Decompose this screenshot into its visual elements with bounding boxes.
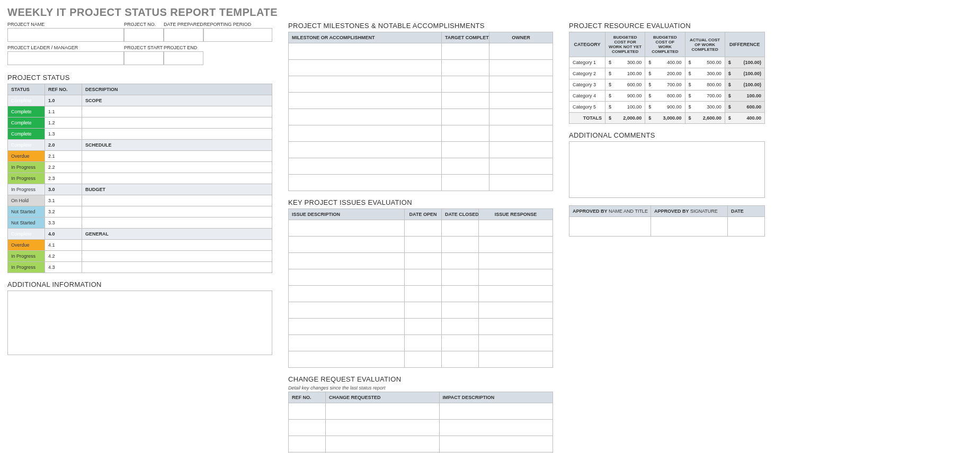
col-desc: DESCRIPTION bbox=[82, 84, 272, 95]
status-row[interactable]: Complete1.3 bbox=[8, 129, 272, 140]
milestones-heading: PROJECT MILESTONES & NOTABLE ACCOMPLISHM… bbox=[288, 22, 553, 30]
col-status: STATUS bbox=[8, 84, 45, 95]
status-row[interactable]: In Progress3.0BUDGET bbox=[8, 184, 272, 195]
resource-table: CATEGORY BUDGETED COST FOR WORK NOT YET … bbox=[569, 32, 765, 124]
input-project-leader[interactable] bbox=[7, 51, 124, 65]
label-project-no: PROJECT NO. bbox=[124, 22, 164, 28]
changes-note: Detail key changes since the last status… bbox=[288, 385, 553, 391]
table-row[interactable] bbox=[289, 125, 553, 142]
table-row[interactable] bbox=[289, 286, 553, 302]
input-reporting-period[interactable] bbox=[203, 28, 272, 42]
label-project-start: PROJECT START bbox=[124, 45, 164, 51]
table-row[interactable] bbox=[289, 351, 553, 368]
col-approved-name: APPROVED BY NAME AND TITLE bbox=[569, 206, 651, 217]
col-budget-done: BUDGETED COST OF WORK COMPLETED bbox=[645, 32, 685, 57]
resource-row[interactable]: Category 2$100.00$200.00$300.00$(100.00) bbox=[569, 68, 765, 79]
col-budget-notdone: BUDGETED COST FOR WORK NOT YET COMPLETED bbox=[605, 32, 645, 57]
issues-table: ISSUE DESCRIPTION DATE OPEN DATE CLOSED … bbox=[288, 209, 553, 368]
status-row[interactable]: Complete2.0SCHEDULE bbox=[8, 140, 272, 151]
col-date-closed: DATE CLOSED bbox=[442, 209, 479, 220]
label-project-leader: PROJECT LEADER / MANAGER bbox=[7, 45, 124, 51]
status-row[interactable]: Overdue2.1 bbox=[8, 151, 272, 162]
table-row[interactable] bbox=[289, 269, 553, 286]
status-row[interactable]: Not Started3.3 bbox=[8, 218, 272, 229]
col-issue-response: ISSUE RESPONSE bbox=[479, 209, 553, 220]
resource-row[interactable]: Category 5$100.00$900.00$300.00$600.00 bbox=[569, 102, 765, 113]
comments-box[interactable] bbox=[569, 141, 765, 198]
project-status-heading: PROJECT STATUS bbox=[7, 74, 272, 81]
col-difference: DIFFERENCE bbox=[725, 32, 764, 57]
table-row[interactable] bbox=[289, 403, 553, 420]
resource-totals: TOTALS$2,000.00$3,000.00$2,600.00$400.00 bbox=[569, 113, 765, 124]
label-project-end: PROJECT END bbox=[164, 45, 203, 51]
table-row[interactable] bbox=[289, 436, 553, 452]
table-row[interactable] bbox=[289, 302, 553, 319]
label-reporting-period: REPORTING PERIOD bbox=[203, 22, 272, 28]
col-approved-sig: APPROVED BY SIGNATURE bbox=[651, 206, 728, 217]
status-row[interactable]: In Progress2.3 bbox=[8, 173, 272, 184]
col-actual: ACTUAL COST OF WORK COMPLETED bbox=[685, 32, 725, 57]
input-project-start[interactable] bbox=[124, 51, 164, 65]
col-ref: REF NO. bbox=[45, 84, 82, 95]
input-project-no[interactable] bbox=[124, 28, 164, 42]
col-change-req: CHANGE REQUESTED bbox=[326, 392, 440, 403]
label-project-name: PROJECT NAME bbox=[7, 22, 124, 28]
status-row[interactable]: Overdue4.1 bbox=[8, 240, 272, 251]
table-row[interactable] bbox=[289, 109, 553, 125]
table-row[interactable] bbox=[289, 43, 553, 60]
table-row[interactable] bbox=[289, 142, 553, 158]
input-date-prepared[interactable] bbox=[164, 28, 203, 42]
project-meta-row1: PROJECT NAME PROJECT NO. DATE PREPARED R… bbox=[7, 22, 272, 43]
resource-row[interactable]: Category 1$300.00$400.00$500.00$(100.00) bbox=[569, 57, 765, 68]
col-issue-desc: ISSUE DESCRIPTION bbox=[289, 209, 405, 220]
status-row[interactable]: Complete1.0SCOPE bbox=[8, 95, 272, 106]
col-milestone: MILESTONE OR ACCOMPLISHMENT bbox=[289, 32, 442, 43]
resource-heading: PROJECT RESOURCE EVALUATION bbox=[569, 22, 765, 30]
col-impact: IMPACT DESCRIPTION bbox=[439, 392, 553, 403]
status-row[interactable]: In Progress4.3 bbox=[8, 262, 272, 273]
additional-info-box[interactable] bbox=[7, 291, 272, 355]
col-change-ref: REF NO. bbox=[289, 392, 326, 403]
col-owner: OWNER bbox=[489, 32, 553, 43]
table-row[interactable] bbox=[289, 420, 553, 436]
col-category: CATEGORY bbox=[569, 32, 605, 57]
table-row[interactable] bbox=[289, 76, 553, 93]
status-row[interactable]: Complete1.2 bbox=[8, 117, 272, 129]
col-target-date: TARGET COMPLETION DATE bbox=[442, 32, 489, 43]
resource-row[interactable]: Category 3$600.00$700.00$800.00$(100.00) bbox=[569, 79, 765, 90]
table-row[interactable] bbox=[289, 158, 553, 175]
approval-table: APPROVED BY NAME AND TITLE APPROVED BY S… bbox=[569, 205, 765, 237]
table-row[interactable] bbox=[289, 60, 553, 76]
changes-table: REF NO. CHANGE REQUESTED IMPACT DESCRIPT… bbox=[288, 392, 553, 453]
changes-heading: CHANGE REQUEST EVALUATION bbox=[288, 375, 553, 383]
input-project-end[interactable] bbox=[164, 51, 203, 65]
col-approved-date: DATE bbox=[728, 206, 765, 217]
table-row[interactable] bbox=[289, 220, 553, 237]
table-row[interactable] bbox=[289, 237, 553, 253]
table-row[interactable] bbox=[289, 253, 553, 269]
status-row[interactable]: In Progress2.2 bbox=[8, 162, 272, 173]
issues-heading: KEY PROJECT ISSUES EVALUATION bbox=[288, 198, 553, 206]
table-row[interactable] bbox=[289, 319, 553, 335]
resource-row[interactable]: Category 4$900.00$800.00$700.00$100.00 bbox=[569, 90, 765, 102]
milestones-table: MILESTONE OR ACCOMPLISHMENT TARGET COMPL… bbox=[288, 32, 553, 191]
input-project-name[interactable] bbox=[7, 28, 124, 42]
status-row[interactable]: In Progress4.2 bbox=[8, 251, 272, 262]
col-date-open: DATE OPEN bbox=[405, 209, 442, 220]
status-row[interactable]: On Hold3.1 bbox=[8, 195, 272, 206]
table-row[interactable] bbox=[289, 175, 553, 191]
label-date-prepared: DATE PREPARED bbox=[164, 22, 203, 28]
table-row[interactable] bbox=[289, 335, 553, 351]
status-row[interactable]: Complete4.0GENERAL bbox=[8, 229, 272, 240]
comments-heading: ADDITIONAL COMMENTS bbox=[569, 131, 765, 139]
project-status-table: STATUS REF NO. DESCRIPTION Complete1.0SC… bbox=[7, 84, 272, 273]
project-meta-row2: PROJECT LEADER / MANAGER PROJECT START P… bbox=[7, 45, 203, 66]
status-row[interactable]: Not Started3.2 bbox=[8, 206, 272, 218]
page-title: WEEKLY IT PROJECT STATUS REPORT TEMPLATE bbox=[7, 6, 973, 19]
approval-row[interactable] bbox=[569, 217, 765, 237]
status-row[interactable]: Complete1.1 bbox=[8, 106, 272, 117]
additional-info-heading: ADDITIONAL INFORMATION bbox=[7, 280, 272, 288]
table-row[interactable] bbox=[289, 93, 553, 109]
